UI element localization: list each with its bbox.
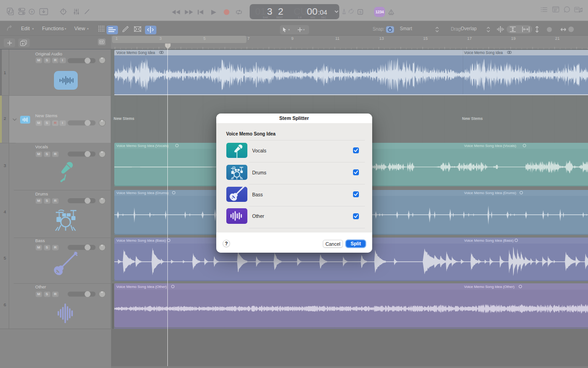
- svg-text:S: S: [359, 10, 361, 14]
- svg-text:?: ?: [31, 10, 33, 14]
